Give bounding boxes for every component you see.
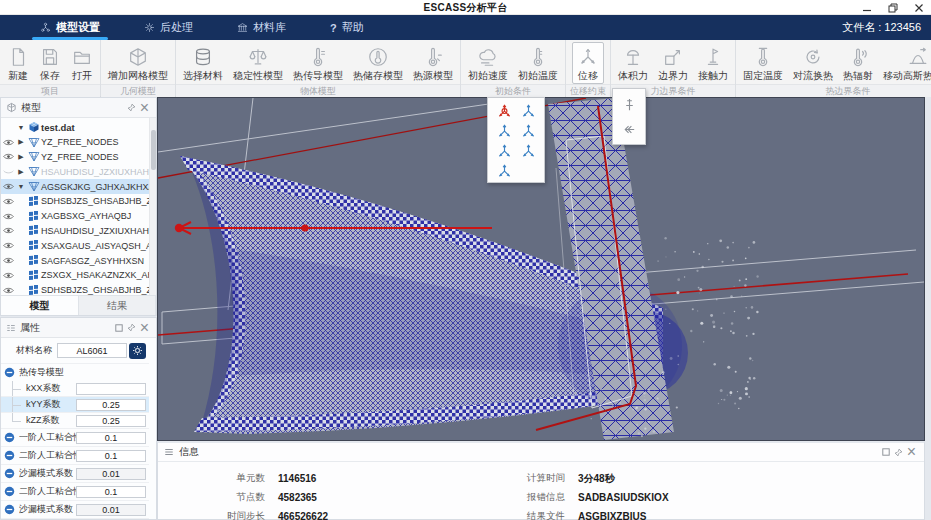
collapse-minus-icon[interactable] bbox=[4, 432, 15, 443]
collapse-minus-icon[interactable] bbox=[4, 367, 15, 378]
tree-item[interactable]: XAGBSXG_AYHAQBJ bbox=[1, 209, 149, 224]
toolbar-button-body-force[interactable]: 体积力 bbox=[613, 42, 653, 84]
visibility-eye-icon[interactable] bbox=[1, 152, 16, 161]
visibility-eye-icon[interactable] bbox=[1, 167, 16, 176]
toolbar-button-thermo-source[interactable]: 热源模型 bbox=[408, 42, 458, 84]
maximize-panel-icon[interactable] bbox=[879, 446, 892, 459]
property-value-input[interactable] bbox=[76, 415, 146, 427]
toolbar-button-displacement-axis[interactable]: 位移 bbox=[572, 42, 604, 84]
tree-item[interactable]: HSAUHDISU_JZXIUXHAHX bbox=[1, 224, 149, 239]
visibility-eye-icon[interactable] bbox=[1, 182, 16, 191]
toolbar-button-fixed-temperature[interactable]: 固定温度 bbox=[738, 42, 788, 84]
collapse-minus-icon[interactable] bbox=[4, 468, 15, 479]
pin-icon[interactable] bbox=[125, 321, 138, 334]
tree-item[interactable]: ▶YZ_FREE_NODES bbox=[1, 150, 149, 165]
tree-item[interactable]: XSAXGAUS_AISYAQSH_ASHX bbox=[1, 238, 149, 253]
axis-constraint-5-icon[interactable] bbox=[492, 141, 516, 161]
property-value-input[interactable] bbox=[76, 468, 146, 480]
tree-item[interactable]: ZSXGX_HSAKAZNZXK_AHASX bbox=[1, 268, 149, 283]
minimize-icon[interactable] bbox=[861, 2, 873, 14]
property-row[interactable]: 一阶人工粘合性 bbox=[1, 429, 149, 447]
visibility-eye-icon[interactable] bbox=[1, 226, 16, 235]
tree-item[interactable]: SDHSBJZS_GHSABJHB_ZAHU bbox=[1, 283, 149, 295]
visibility-eye-icon[interactable] bbox=[1, 197, 16, 206]
collapse-minus-icon[interactable] bbox=[4, 486, 15, 497]
visibility-eye-icon[interactable] bbox=[1, 286, 16, 295]
expander-icon[interactable]: ▼ bbox=[16, 183, 26, 190]
collapse-minus-icon[interactable] bbox=[4, 450, 15, 461]
toolbar-button-contact-force[interactable]: 接触力 bbox=[693, 42, 733, 84]
close-panel-icon[interactable]: × bbox=[138, 321, 151, 334]
axis-constraint-3-icon[interactable] bbox=[492, 121, 516, 141]
expander-icon[interactable]: ▶ bbox=[16, 153, 26, 161]
visibility-eye-icon[interactable] bbox=[1, 256, 16, 265]
tree-item[interactable]: SAGFASGZ_ASYHHXSN bbox=[1, 253, 149, 268]
property-row[interactable]: 沙漏模式系数 bbox=[1, 501, 149, 519]
axis-constraint-1-icon[interactable] bbox=[492, 101, 516, 121]
expander-icon[interactable]: ▶ bbox=[16, 168, 26, 176]
toolbar-button-mesh-cube[interactable]: 增加网格模型 bbox=[103, 42, 173, 84]
pin-icon[interactable] bbox=[892, 446, 905, 459]
material-name-input[interactable] bbox=[57, 343, 127, 358]
sidebar-tab-1[interactable]: 结果 bbox=[79, 296, 157, 315]
property-row[interactable]: kXX系数 bbox=[1, 381, 149, 397]
toolbar-button-open-folder[interactable]: 打开 bbox=[66, 42, 98, 84]
close-panel-icon[interactable]: × bbox=[905, 446, 918, 459]
toolbar-button-thermo-conduct[interactable]: 热传导模型 bbox=[288, 42, 348, 84]
property-value-input[interactable] bbox=[76, 399, 146, 411]
property-value-input[interactable] bbox=[76, 504, 146, 516]
menu-tab-material-library[interactable]: 材料库 bbox=[215, 15, 308, 40]
collapse-minus-icon[interactable] bbox=[4, 504, 15, 515]
property-group-row[interactable]: 热传导模型 bbox=[1, 364, 149, 381]
expander-icon[interactable]: ▼ bbox=[16, 124, 26, 131]
property-row[interactable]: 二阶人工粘合性 bbox=[1, 447, 149, 465]
contact-pin-icon[interactable] bbox=[622, 94, 637, 114]
toolbar-button-material-layers[interactable]: 选择材料 bbox=[178, 42, 228, 84]
axis-constraint-2-icon[interactable] bbox=[516, 101, 540, 121]
property-row[interactable]: 沙漏模式系数 bbox=[1, 465, 149, 483]
toolbar-button-initial-velocity[interactable]: 初始速度 bbox=[463, 42, 513, 84]
property-value-input[interactable] bbox=[76, 432, 146, 444]
expander-icon[interactable]: ▶ bbox=[16, 138, 26, 146]
toolbar-button-thermo-storage[interactable]: 热储存模型 bbox=[348, 42, 408, 84]
tree-root-row[interactable]: ▼test.dat bbox=[1, 120, 149, 135]
property-row[interactable]: 二阶人工粘合性 bbox=[1, 483, 149, 501]
visibility-eye-icon[interactable] bbox=[1, 241, 16, 250]
tree-item[interactable]: ▼AGSGKJKG_GJHXAJKHXA bbox=[1, 179, 149, 194]
toolbar-button-radiation[interactable]: 热辐射 bbox=[838, 42, 878, 84]
axis-constraint-6-icon[interactable] bbox=[516, 141, 540, 161]
toolbar-button-save[interactable]: 保存 bbox=[34, 42, 66, 84]
property-row[interactable]: kZZ系数 bbox=[1, 413, 149, 429]
toolbar-button-stability-scale[interactable]: 稳定性模型 bbox=[228, 42, 288, 84]
property-row[interactable]: kYY系数 bbox=[1, 397, 149, 413]
pin-icon[interactable] bbox=[125, 101, 138, 114]
menu-tab-help[interactable]: ?帮助 bbox=[308, 15, 386, 40]
contact-arrow-icon[interactable] bbox=[622, 119, 637, 139]
toolbar-button-initial-temperature[interactable]: 初始温度 bbox=[513, 42, 563, 84]
sidebar-tab-0[interactable]: 模型 bbox=[1, 296, 79, 315]
visibility-eye-icon[interactable] bbox=[1, 212, 16, 221]
toolbar-button-convection[interactable]: 对流换热 bbox=[788, 42, 838, 84]
maximize-panel-icon[interactable] bbox=[112, 321, 125, 334]
property-value-input[interactable] bbox=[76, 450, 146, 462]
tree-scrollbar-thumb[interactable] bbox=[151, 130, 156, 170]
property-value-input[interactable] bbox=[76, 486, 146, 498]
close-panel-icon[interactable]: × bbox=[138, 101, 151, 114]
property-value-input[interactable] bbox=[76, 383, 146, 395]
tree-item[interactable]: ▶HSAUHDISU_JZXIUXHAHX bbox=[1, 164, 149, 179]
visibility-eye-icon[interactable] bbox=[1, 271, 16, 280]
toolbar-button-new-file[interactable]: 新建 bbox=[2, 42, 34, 84]
axis-constraint-7-icon[interactable] bbox=[492, 161, 516, 181]
axis-constraint-4-icon[interactable] bbox=[516, 121, 540, 141]
tree-item[interactable]: ▶YZ_FREE_NODES bbox=[1, 135, 149, 150]
toolbar-button-boundary-force[interactable]: 边界力 bbox=[653, 42, 693, 84]
tree-item[interactable]: SDHSBJZS_GHSABJHB_ZAHU bbox=[1, 194, 149, 209]
close-icon[interactable] bbox=[913, 2, 925, 14]
material-settings-button[interactable] bbox=[129, 343, 146, 359]
visibility-eye-icon[interactable] bbox=[1, 138, 16, 147]
tree-scrollbar[interactable] bbox=[149, 118, 156, 295]
menu-tab-post-process[interactable]: 后处理 bbox=[122, 15, 215, 40]
restore-icon[interactable] bbox=[887, 2, 899, 14]
toolbar-button-gauss-flux[interactable]: 移动高斯热通量 bbox=[878, 42, 931, 84]
menu-tab-model-settings[interactable]: 模型设置 bbox=[18, 15, 122, 40]
